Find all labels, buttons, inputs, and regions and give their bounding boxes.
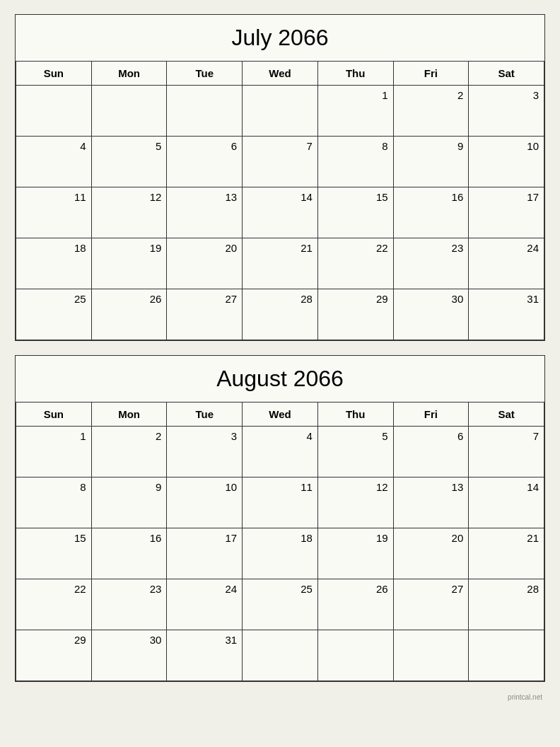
table-row: 14 [243, 187, 318, 238]
table-row [167, 86, 243, 137]
header-tue: Tue [167, 62, 243, 86]
table-row: 10 [167, 477, 243, 528]
table-row: 2 [92, 427, 168, 477]
table-row: 23 [92, 579, 168, 630]
table-row: 5 [92, 137, 168, 187]
table-row [243, 630, 318, 681]
table-row: 4 [16, 137, 92, 187]
july-calendar: July 2066 Sun Mon Tue Wed Thu Fri Sat 1 … [15, 14, 545, 341]
table-row: 7 [243, 137, 318, 187]
table-row: 29 [318, 289, 394, 340]
table-row: 15 [16, 528, 92, 579]
table-row: 9 [394, 137, 469, 187]
table-row: 5 [318, 427, 394, 477]
table-row: 10 [469, 137, 544, 187]
table-row: 18 [243, 528, 318, 579]
table-row: 27 [167, 289, 243, 340]
table-row: 17 [167, 528, 243, 579]
july-grid: Sun Mon Tue Wed Thu Fri Sat 1 2 3 4 5 6 … [16, 62, 544, 340]
table-row: 6 [167, 137, 243, 187]
table-row: 26 [318, 579, 394, 630]
table-row: 14 [469, 477, 544, 528]
table-row: 25 [243, 579, 318, 630]
table-row [469, 630, 544, 681]
table-row: 28 [243, 289, 318, 340]
table-row: 23 [394, 238, 469, 289]
august-calendar: August 2066 Sun Mon Tue Wed Thu Fri Sat … [15, 355, 545, 682]
table-row: 16 [92, 528, 168, 579]
table-row: 1 [318, 86, 394, 137]
header-mon: Mon [92, 62, 168, 86]
header-tue: Tue [167, 403, 243, 427]
table-row: 12 [92, 187, 168, 238]
table-row: 26 [92, 289, 168, 340]
august-title: August 2066 [16, 356, 544, 403]
table-row: 19 [92, 238, 168, 289]
table-row [92, 86, 168, 137]
header-thu: Thu [318, 62, 394, 86]
table-row: 3 [469, 86, 544, 137]
table-row: 13 [167, 187, 243, 238]
header-wed: Wed [243, 403, 318, 427]
table-row: 16 [394, 187, 469, 238]
july-title: July 2066 [16, 15, 544, 62]
table-row [243, 86, 318, 137]
table-row: 29 [16, 630, 92, 681]
table-row: 22 [16, 579, 92, 630]
table-row: 11 [16, 187, 92, 238]
table-row: 1 [16, 427, 92, 477]
watermark: printcal.net [15, 693, 545, 701]
table-row: 19 [318, 528, 394, 579]
table-row: 22 [318, 238, 394, 289]
table-row: 31 [167, 630, 243, 681]
table-row: 20 [167, 238, 243, 289]
table-row: 13 [394, 477, 469, 528]
table-row: 27 [394, 579, 469, 630]
table-row [394, 630, 469, 681]
table-row: 7 [469, 427, 544, 477]
august-grid: Sun Mon Tue Wed Thu Fri Sat 1 2 3 4 5 6 … [16, 403, 544, 681]
header-sun: Sun [16, 403, 92, 427]
table-row: 28 [469, 579, 544, 630]
table-row: 21 [243, 238, 318, 289]
table-row: 20 [394, 528, 469, 579]
header-sat: Sat [469, 62, 544, 86]
table-row: 12 [318, 477, 394, 528]
table-row: 15 [318, 187, 394, 238]
table-row: 18 [16, 238, 92, 289]
header-wed: Wed [243, 62, 318, 86]
header-thu: Thu [318, 403, 394, 427]
table-row: 4 [243, 427, 318, 477]
header-fri: Fri [394, 62, 469, 86]
table-row: 25 [16, 289, 92, 340]
table-row [16, 86, 92, 137]
header-fri: Fri [394, 403, 469, 427]
table-row: 21 [469, 528, 544, 579]
header-sun: Sun [16, 62, 92, 86]
table-row: 9 [92, 477, 168, 528]
table-row: 8 [318, 137, 394, 187]
table-row: 6 [394, 427, 469, 477]
table-row: 8 [16, 477, 92, 528]
header-sat: Sat [469, 403, 544, 427]
table-row: 24 [167, 579, 243, 630]
table-row: 31 [469, 289, 544, 340]
table-row: 2 [394, 86, 469, 137]
header-mon: Mon [92, 403, 168, 427]
table-row: 24 [469, 238, 544, 289]
table-row: 30 [92, 630, 168, 681]
table-row: 3 [167, 427, 243, 477]
table-row: 17 [469, 187, 544, 238]
table-row [318, 630, 394, 681]
table-row: 11 [243, 477, 318, 528]
table-row: 30 [394, 289, 469, 340]
